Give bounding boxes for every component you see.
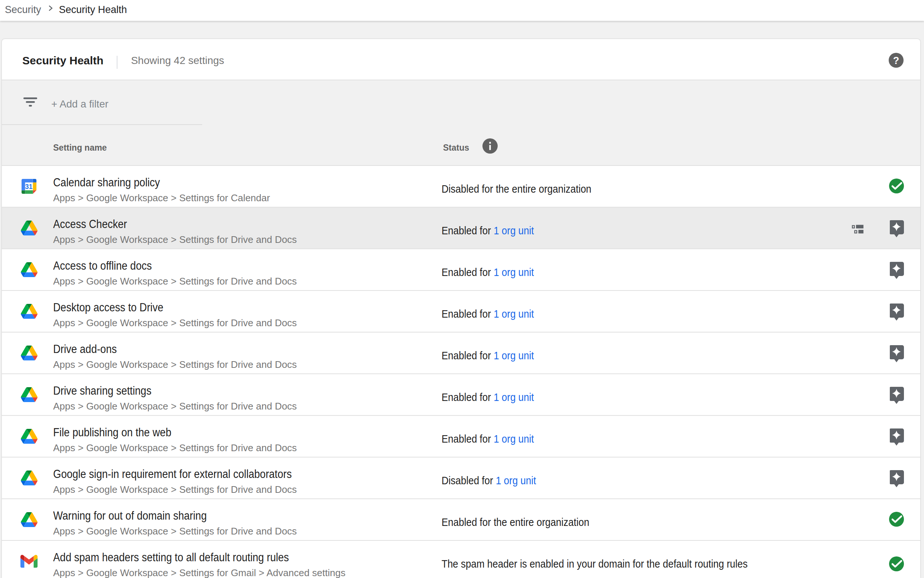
svg-text:31: 31 <box>25 183 33 190</box>
svg-text:?: ? <box>893 55 900 66</box>
